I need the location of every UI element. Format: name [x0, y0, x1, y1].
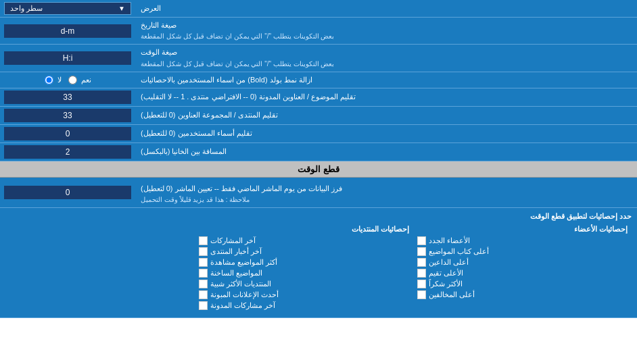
topics-trim-row: تقليم الموضوع / العناوين المدونة (0 -- ا… — [0, 88, 637, 107]
topics-trim-label: تقليم الموضوع / العناوين المدونة (0 -- ا… — [135, 88, 637, 106]
stat-top-inviters: أعلى الداعين — [417, 258, 628, 267]
users-trim-row: تقليم أسماء المستخدمين (0 للتعطيل) — [0, 125, 637, 143]
checkbox-latest-ads[interactable] — [199, 290, 208, 299]
users-trim-label: تقليم أسماء المستخدمين (0 للتعطيل) — [135, 125, 637, 142]
users-trim-input-cell — [0, 125, 135, 142]
stat-top-violators: أعلى المخالفين — [417, 290, 628, 299]
checkbox-top-violators[interactable] — [417, 290, 426, 299]
spacing-label: المسافة بين الخانيا (بالبكسل) — [135, 143, 637, 161]
checkbox-top-inviters[interactable] — [417, 258, 426, 267]
checkbox-members-new[interactable] — [417, 236, 426, 245]
date-format-input-cell — [0, 18, 135, 44]
bold-no-radio[interactable] — [45, 76, 53, 84]
stat-last-blog: آخر مشاركات المدونة — [199, 301, 409, 310]
bold-row: ازالة نمط بولد (Bold) من اسماء المستخدمي… — [0, 72, 637, 88]
cutoff-section-header: قطع الوقت — [0, 161, 637, 178]
topics-trim-input-cell — [0, 88, 135, 106]
checkbox-most-similar[interactable] — [199, 280, 208, 288]
time-format-row: صيغة الوقت بعض التكوينات يتطلب "/" التي … — [0, 45, 637, 72]
cutoff-input[interactable] — [4, 186, 131, 199]
stat-top-rated: الأعلى تقيم — [417, 269, 628, 278]
forum-trim-input-cell — [0, 107, 135, 124]
radio-no-group: لا — [45, 76, 62, 84]
stat-hot-topics: المواضيع الساخنة — [199, 269, 409, 278]
checkbox-last-blog[interactable] — [199, 301, 208, 310]
users-trim-input[interactable] — [4, 127, 131, 140]
stats-col-apply — [5, 224, 195, 313]
date-format-label: صيغة التاريخ بعض التكوينات يتطلب "/" الت… — [135, 18, 637, 44]
topics-trim-input[interactable] — [4, 90, 131, 104]
cutoff-row: فرز البيانات من يوم الماشر الماضي فقط --… — [0, 178, 637, 208]
forum-trim-label: تقليم المنتدى / المجموعة العناوين (0 للت… — [135, 107, 637, 124]
checkbox-last-posts[interactable] — [199, 236, 208, 245]
checkbox-most-thanks[interactable] — [417, 280, 426, 288]
stat-latest-ads: أحدث الإعلانات المبونة — [199, 290, 409, 299]
spacing-input[interactable] — [4, 145, 131, 159]
checkbox-last-news[interactable] — [199, 247, 208, 256]
bold-radio-cell: نعم لا — [0, 72, 135, 88]
display-input-cell: ▼ سطر واحد — [0, 0, 135, 17]
stat-most-similar: المنتديات الأكثر شبية — [199, 280, 409, 288]
time-format-input-cell — [0, 45, 135, 71]
display-label: العرض — [135, 0, 637, 17]
forums-col-title: إحصائيات المنتديات — [199, 225, 409, 234]
forum-trim-row: تقليم المنتدى / المجموعة العناوين (0 للت… — [0, 107, 637, 125]
stats-columns: إحصائيات الأعضاء الأعضاء الجدد أعلى كتاب… — [5, 224, 632, 313]
date-format-row: صيغة التاريخ بعض التكوينات يتطلب "/" الت… — [0, 18, 637, 45]
stat-members-new: الأعضاء الجدد — [417, 236, 628, 245]
bold-label: ازالة نمط بولد (Bold) من اسماء المستخدمي… — [135, 72, 637, 88]
stats-col-members: إحصائيات الأعضاء الأعضاء الجدد أعلى كتاب… — [413, 224, 632, 313]
members-col-title: إحصائيات الأعضاء — [417, 225, 628, 234]
stat-last-news: آخر أخبار المنتدى — [199, 247, 409, 256]
stats-section: حدد إحصائيات لتطبيق قطع الوقت إحصائيات ا… — [0, 208, 637, 318]
radio-yes-group: نعم — [68, 76, 91, 84]
spacing-row: المسافة بين الخانيا (بالبكسل) — [0, 143, 637, 161]
stat-most-viewed: أكثر المواضيع مشاهدة — [199, 258, 409, 267]
forum-trim-input[interactable] — [4, 109, 131, 122]
stat-top-writers: أعلى كتاب المواضيع — [417, 247, 628, 256]
stats-title: حدد إحصائيات لتطبيق قطع الوقت — [5, 212, 632, 221]
cutoff-label: فرز البيانات من يوم الماشر الماضي فقط --… — [135, 178, 637, 207]
date-format-input[interactable] — [4, 24, 131, 38]
cutoff-input-cell — [0, 178, 135, 207]
stats-col-forums: إحصائيات المنتديات آخر المشاركات آخر أخب… — [195, 224, 413, 313]
checkbox-hot-topics[interactable] — [199, 269, 208, 278]
time-format-input[interactable] — [4, 51, 131, 65]
stat-last-posts: آخر المشاركات — [199, 236, 409, 245]
display-dropdown[interactable]: ▼ سطر واحد — [4, 2, 131, 15]
checkbox-top-writers[interactable] — [417, 247, 426, 256]
display-row: العرض ▼ سطر واحد — [0, 0, 637, 18]
checkbox-most-viewed[interactable] — [199, 258, 208, 267]
stat-most-thanks: الأكثر شكراً — [417, 280, 628, 288]
bold-yes-radio[interactable] — [68, 76, 77, 84]
spacing-input-cell — [0, 143, 135, 161]
checkbox-top-rated[interactable] — [417, 269, 426, 278]
time-format-label: صيغة الوقت بعض التكوينات يتطلب "/" التي … — [135, 45, 637, 71]
